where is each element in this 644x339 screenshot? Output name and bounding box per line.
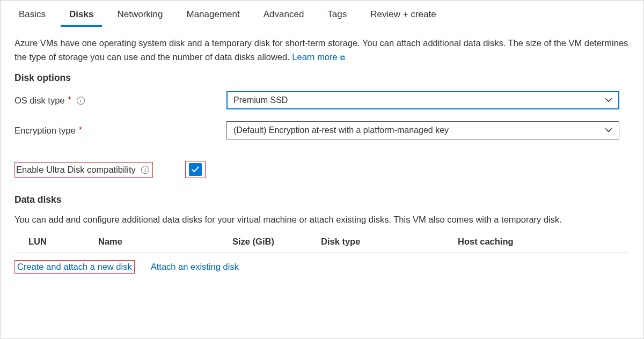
- attach-existing-disk-link[interactable]: Attach an existing disk: [151, 262, 239, 272]
- tab-disks[interactable]: Disks: [61, 6, 102, 27]
- required-indicator: *: [79, 126, 82, 135]
- tabs-bar: Basics Disks Networking Management Advan…: [1, 1, 643, 27]
- tab-advanced[interactable]: Advanced: [255, 6, 313, 27]
- form-row-encryption-type: Encryption type * (Default) Encryption a…: [14, 121, 630, 139]
- intro-text: Azure VMs have one operating system disk…: [14, 36, 630, 64]
- os-disk-type-label: OS disk type: [14, 95, 65, 106]
- tab-tags[interactable]: Tags: [319, 6, 355, 27]
- th-size: Size (GiB): [232, 237, 321, 247]
- th-host-caching: Host caching: [458, 237, 630, 247]
- required-indicator: *: [68, 95, 71, 105]
- info-icon[interactable]: i: [141, 166, 149, 174]
- learn-more-link[interactable]: Learn more ⧉: [292, 52, 345, 62]
- data-disks-intro: You can add and configure additional dat…: [14, 213, 630, 227]
- tab-management[interactable]: Management: [178, 6, 248, 27]
- chevron-down-icon: [605, 127, 612, 134]
- th-name: Name: [98, 237, 232, 247]
- learn-more-label: Learn more: [292, 52, 337, 62]
- os-disk-type-dropdown[interactable]: Premium SSD: [226, 91, 619, 109]
- tab-basics[interactable]: Basics: [10, 6, 54, 27]
- form-row-ultra-disk: Enable Ultra Disk compatibility i: [14, 161, 630, 178]
- section-title-data-disks: Data disks: [14, 194, 630, 205]
- external-link-icon: ⧉: [339, 54, 346, 62]
- data-disks-table-header: LUN Name Size (GiB) Disk type Host cachi…: [14, 237, 630, 253]
- tab-networking[interactable]: Networking: [108, 6, 171, 27]
- chevron-down-icon: [605, 97, 612, 104]
- checkmark-icon: [191, 165, 200, 174]
- form-row-os-disk-type: OS disk type * i Premium SSD: [14, 91, 630, 109]
- th-lun: LUN: [28, 237, 98, 247]
- info-icon[interactable]: i: [77, 97, 85, 105]
- tab-review-create[interactable]: Review + create: [362, 6, 444, 27]
- create-attach-disk-link[interactable]: Create and attach a new disk: [17, 262, 132, 271]
- ultra-disk-checkbox[interactable]: [189, 163, 202, 176]
- encryption-type-dropdown[interactable]: (Default) Encryption at-rest with a plat…: [226, 121, 619, 139]
- th-disk-type: Disk type: [321, 237, 458, 247]
- encryption-type-value: (Default) Encryption at-rest with a plat…: [233, 126, 449, 135]
- ultra-disk-label: Enable Ultra Disk compatibility: [16, 165, 136, 175]
- disk-actions: Create and attach a new disk Attach an e…: [14, 253, 630, 274]
- os-disk-type-value: Premium SSD: [233, 95, 288, 105]
- encryption-type-label: Encryption type: [14, 126, 76, 136]
- section-title-disk-options: Disk options: [14, 72, 630, 84]
